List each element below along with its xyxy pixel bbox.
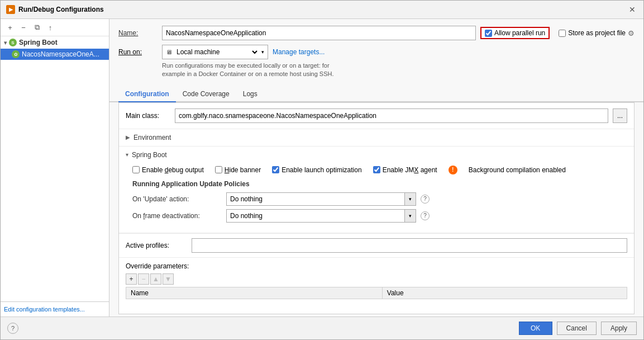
tab-code-coverage[interactable]: Code Coverage xyxy=(176,87,236,102)
dialog-body: + − ⧉ ↑ ▾ S Spring Boot ✿ NacosNamespace… xyxy=(1,19,643,317)
browse-button[interactable]: ... xyxy=(613,108,627,123)
name-column-header: Name xyxy=(126,287,383,299)
run-on-dropdown[interactable]: Local machine xyxy=(174,48,259,56)
remove-config-button[interactable]: − xyxy=(17,21,30,34)
on-update-label: On 'Update' action: xyxy=(132,195,222,203)
name-input[interactable] xyxy=(162,26,476,40)
debug-output-label: Enable debug output xyxy=(142,166,204,174)
on-frame-select[interactable]: Do nothing Update classes and resources … xyxy=(227,210,404,222)
gear-icon[interactable]: ⚙ xyxy=(628,29,635,37)
active-profiles-input[interactable] xyxy=(192,238,627,253)
manage-targets-link[interactable]: Manage targets... xyxy=(273,48,325,56)
environment-header[interactable]: ▶ Environment xyxy=(119,129,634,146)
move-param-up-button[interactable]: ▲ xyxy=(150,273,161,285)
on-update-help-icon[interactable]: ? xyxy=(421,195,430,204)
on-frame-dropdown-arrow: ▾ xyxy=(404,210,416,222)
dialog-title: Run/Debug Configurations xyxy=(18,6,104,13)
sidebar-tree: ▾ S Spring Boot ✿ NacosNamespaceOneA... xyxy=(1,36,109,301)
spring-boot-content: Enable debug output Hide banner Enable l… xyxy=(119,163,634,233)
move-param-down-button[interactable]: ▼ xyxy=(163,273,174,285)
hide-banner-label: Hide banner xyxy=(225,166,261,174)
run-on-row: Run on: 🖥 Local machine ▾ Manage targets… xyxy=(118,45,635,59)
hide-banner-item: Hide banner xyxy=(215,166,261,174)
spring-boot-header[interactable]: ▾ Spring Boot xyxy=(119,147,634,163)
move-up-button[interactable]: ↑ xyxy=(44,21,56,34)
spring-boot-icon: S xyxy=(9,39,17,46)
on-update-row: On 'Update' action: Do nothing Update cl… xyxy=(132,192,627,206)
store-as-project-label: Store as project file xyxy=(568,29,626,37)
run-on-select[interactable]: 🖥 Local machine ▾ xyxy=(162,45,268,59)
copy-config-button[interactable]: ⧉ xyxy=(31,21,43,34)
launch-opt-label: Enable launch optimization xyxy=(282,166,361,174)
bottom-left: ? xyxy=(7,323,18,334)
debug-output-item: Enable debug output xyxy=(132,166,204,174)
ok-button[interactable]: OK xyxy=(519,322,552,335)
override-section: Override parameters: + − ▲ ▼ Name Value xyxy=(119,257,634,304)
launch-opt-item: Enable launch optimization xyxy=(272,166,361,174)
project-file-row: Store as project file ⚙ xyxy=(559,29,635,37)
spring-boot-section: ▾ Spring Boot Enable debug output xyxy=(119,147,634,233)
spring-boot-title: Spring Boot xyxy=(132,151,167,159)
override-title: Override parameters: xyxy=(126,262,627,270)
store-as-project-checkbox[interactable] xyxy=(559,30,566,37)
edit-templates-link[interactable]: Edit configuration templates... xyxy=(4,306,85,313)
run-description: Run configurations may be executed local… xyxy=(162,62,635,79)
jmx-agent-label: Enable JMX agent xyxy=(383,166,437,174)
help-button[interactable]: ? xyxy=(7,323,18,334)
local-machine-icon: 🖥 xyxy=(166,49,172,55)
main-class-row: Main class: ... xyxy=(119,103,634,129)
allow-parallel-run-checkbox[interactable] xyxy=(485,30,492,37)
override-toolbar: + − ▲ ▼ xyxy=(126,273,627,285)
tab-logs[interactable]: Logs xyxy=(236,87,264,102)
chevron-down-icon: ▾ xyxy=(126,152,128,158)
apply-button[interactable]: Apply xyxy=(601,322,637,335)
chevron-right-icon: ▶ xyxy=(126,134,130,140)
tree-group-label: Spring Boot xyxy=(19,39,58,46)
sidebar-toolbar: + − ⧉ ↑ xyxy=(1,19,109,36)
add-param-button[interactable]: + xyxy=(126,273,137,285)
main-class-input[interactable] xyxy=(175,108,608,123)
title-bar: ▶ Run/Debug Configurations ✕ xyxy=(1,1,643,19)
environment-title: Environment xyxy=(133,134,171,141)
tab-configuration[interactable]: Configuration xyxy=(118,87,176,102)
allow-parallel-run-label: Allow parallel run xyxy=(494,29,545,37)
background-compilation-label: Background compilation enabled xyxy=(469,166,566,174)
chevron-down-icon: ▾ xyxy=(4,40,7,46)
launch-opt-checkbox[interactable] xyxy=(272,166,279,173)
bottom-right: OK Cancel Apply xyxy=(519,322,637,335)
bottom-bar: ? OK Cancel Apply xyxy=(1,317,643,339)
tree-item-nacos[interactable]: ✿ NacosNamespaceOneA... xyxy=(1,49,109,60)
on-update-select-wrap: Do nothing Update classes and resources … xyxy=(226,192,416,206)
name-label: Name: xyxy=(118,29,158,37)
on-frame-help-icon[interactable]: ? xyxy=(421,211,430,220)
jmx-agent-item: Enable JMX agent xyxy=(373,166,437,174)
tabs-bar: Configuration Code Coverage Logs xyxy=(109,87,643,102)
tab-content: Main class: ... ▶ Environment ▾ Spring B… xyxy=(118,102,635,314)
add-config-button[interactable]: + xyxy=(4,21,16,34)
on-update-dropdown-arrow: ▾ xyxy=(404,193,416,205)
tree-group-spring-boot[interactable]: ▾ S Spring Boot xyxy=(1,36,109,49)
environment-section: ▶ Environment xyxy=(119,129,634,147)
parallel-run-box: Allow parallel run xyxy=(480,27,550,39)
cancel-button[interactable]: Cancel xyxy=(557,322,597,335)
on-update-select[interactable]: Do nothing Update classes and resources … xyxy=(227,193,404,205)
main-class-label: Main class: xyxy=(126,112,170,120)
debug-output-checkbox[interactable] xyxy=(132,166,140,173)
remove-param-button[interactable]: − xyxy=(138,273,149,285)
close-button[interactable]: ✕ xyxy=(627,4,638,15)
on-frame-select-wrap: Do nothing Update classes and resources … xyxy=(226,209,416,223)
active-profiles-row: Active profiles: xyxy=(119,233,634,257)
params-table: Name Value xyxy=(126,287,627,299)
dialog-icon: ▶ xyxy=(6,5,15,14)
value-column-header: Value xyxy=(382,287,627,299)
jmx-agent-checkbox[interactable] xyxy=(373,166,380,173)
on-frame-row: On frame deactivation: Do nothing Update… xyxy=(132,209,627,223)
content-area: Name: Allow parallel run Store as projec… xyxy=(109,19,643,317)
spring-boot-small-icon: ✿ xyxy=(12,50,20,58)
active-profiles-label: Active profiles: xyxy=(126,242,187,249)
form-section: Name: Allow parallel run Store as projec… xyxy=(109,19,643,87)
run-on-label: Run on: xyxy=(118,48,158,56)
policies-title: Running Application Update Policies xyxy=(132,180,627,188)
hide-banner-checkbox[interactable] xyxy=(215,166,222,173)
policies-section: Running Application Update Policies On '… xyxy=(132,180,627,223)
